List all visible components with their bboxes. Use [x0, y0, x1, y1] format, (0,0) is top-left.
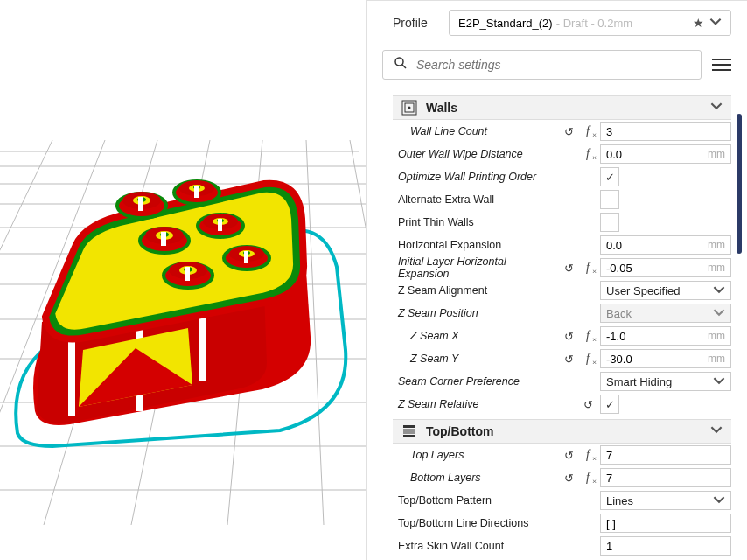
profile-label: Profile [393, 16, 443, 30]
setting-top-bottom-line-directions: Top/Bottom Line Directions [393, 512, 731, 535]
svg-rect-46 [185, 267, 190, 281]
fx-icon[interactable]: f [581, 471, 595, 485]
setting-top-bottom-pattern: Top/Bottom Pattern Lines [393, 489, 731, 512]
fx-icon[interactable]: f [581, 329, 595, 343]
search-row [367, 45, 747, 85]
search-icon [394, 56, 408, 74]
svg-rect-21 [199, 311, 206, 381]
setting-top-layers: Top Layers ↺f [393, 444, 731, 466]
setting-horizontal-expansion: Horizontal Expansion mm [393, 234, 731, 256]
setting-bottom-layers: Bottom Layers ↺f [393, 466, 731, 489]
svg-rect-41 [218, 219, 222, 231]
svg-point-56 [408, 107, 411, 109]
wall-line-count-input[interactable] [600, 122, 731, 141]
profile-select[interactable]: E2P_Standard_(2) - Draft - 0.2mm ★ [449, 10, 731, 36]
reset-icon[interactable]: ↺ [562, 329, 576, 343]
setting-z-seam-relative: Z Seam Relative ↺ [393, 393, 731, 416]
setting-z-seam-y: Z Seam Y ↺f mm [393, 347, 731, 370]
reset-icon[interactable]: ↺ [562, 124, 576, 138]
z-seam-position-select[interactable]: Back [600, 304, 731, 323]
svg-rect-51 [244, 251, 248, 263]
z-seam-relative-checkbox[interactable] [600, 395, 619, 414]
setting-print-thin-walls: Print Thin Walls [393, 211, 731, 234]
chevron-down-icon [713, 374, 725, 389]
setting-extra-skin-wall-count: Extra Skin Wall Count [393, 535, 731, 557]
build-plate-grid [0, 0, 366, 560]
chevron-down-icon[interactable] [709, 16, 722, 31]
search-box[interactable] [382, 50, 702, 80]
outer-wall-wipe-distance-input[interactable]: mm [600, 144, 731, 164]
svg-rect-31 [194, 186, 199, 198]
section-title: Top/Bottom [426, 424, 710, 438]
top-bottom-pattern-select[interactable]: Lines [600, 491, 731, 510]
topbottom-icon [401, 424, 417, 439]
bottom-layers-input[interactable] [600, 468, 731, 487]
svg-point-52 [395, 58, 403, 66]
z-seam-x-input[interactable]: mm [600, 326, 731, 346]
z-seam-y-input[interactable]: mm [600, 349, 731, 368]
scrollbar[interactable] [737, 114, 742, 254]
print-thin-walls-checkbox[interactable] [600, 213, 619, 232]
walls-icon [401, 100, 417, 116]
setting-z-seam-position: Z Seam Position Back [393, 302, 731, 325]
setting-alternate-extra-wall: Alternate Extra Wall [393, 188, 731, 211]
reset-icon[interactable]: ↺ [562, 261, 576, 275]
profile-suffix: - Draft - 0.2mm [556, 17, 632, 30]
alternate-extra-wall-checkbox[interactable] [600, 190, 619, 209]
setting-z-seam-x: Z Seam X ↺f mm [393, 325, 731, 347]
setting-initial-layer-horizontal-expansion: Initial Layer Horizontal Expansion ↺f mm [393, 256, 731, 279]
svg-rect-36 [161, 232, 166, 246]
reset-icon[interactable]: ↺ [562, 448, 576, 462]
3d-viewport[interactable] [0, 0, 366, 560]
setting-optimize-wall-printing-order: Optimize Wall Printing Order [393, 165, 731, 188]
chevron-down-icon [713, 306, 725, 321]
z-seam-alignment-select[interactable]: User Specified [600, 281, 731, 300]
reset-icon[interactable]: ↺ [562, 352, 576, 366]
fx-icon[interactable]: f [581, 124, 595, 138]
section-topbottom[interactable]: Top/Bottom [393, 419, 731, 444]
initial-layer-horizontal-expansion-input[interactable]: mm [600, 258, 731, 277]
chevron-down-icon [710, 424, 723, 439]
svg-rect-57 [403, 425, 415, 428]
svg-rect-58 [403, 435, 415, 438]
fx-icon[interactable]: f [581, 352, 595, 366]
horizontal-expansion-input[interactable]: mm [600, 235, 731, 255]
settings-list[interactable]: Walls Wall Line Count ↺ f Outer Wall Wip… [367, 85, 747, 560]
setting-wall-line-count: Wall Line Count ↺ f [393, 120, 731, 143]
profile-name: E2P_Standard_(2) [458, 17, 553, 30]
seam-corner-preference-select[interactable]: Smart Hiding [600, 372, 731, 391]
chevron-down-icon [713, 284, 725, 298]
optimize-wall-printing-order-checkbox[interactable] [600, 167, 619, 186]
extra-skin-wall-count-input[interactable] [600, 536, 731, 556]
svg-rect-26 [138, 197, 143, 211]
svg-rect-19 [68, 332, 75, 416]
fx-icon[interactable]: f [581, 261, 595, 275]
profile-row: Profile E2P_Standard_(2) - Draft - 0.2mm… [367, 1, 747, 45]
menu-icon[interactable] [712, 59, 731, 71]
section-walls[interactable]: Walls [393, 95, 731, 120]
chevron-down-icon [710, 100, 723, 116]
fx-icon[interactable]: f [581, 147, 595, 161]
svg-line-53 [402, 65, 406, 68]
reset-icon[interactable]: ↺ [562, 471, 576, 485]
top-layers-input[interactable] [600, 445, 731, 465]
svg-line-18 [350, 140, 366, 525]
setting-z-seam-alignment: Z Seam Alignment User Specified [393, 279, 731, 302]
fx-icon[interactable]: f [581, 448, 595, 462]
top-bottom-line-directions-input[interactable] [600, 514, 731, 533]
star-icon[interactable]: ★ [693, 16, 704, 30]
section-title: Walls [426, 101, 710, 115]
search-input[interactable] [416, 58, 690, 72]
reset-icon[interactable]: ↺ [581, 397, 595, 411]
chevron-down-icon [713, 494, 725, 508]
setting-outer-wall-wipe-distance: Outer Wall Wipe Distance f mm [393, 143, 731, 165]
setting-seam-corner-preference: Seam Corner Preference Smart Hiding [393, 370, 731, 393]
settings-panel: Profile E2P_Standard_(2) - Draft - 0.2mm… [366, 0, 747, 560]
